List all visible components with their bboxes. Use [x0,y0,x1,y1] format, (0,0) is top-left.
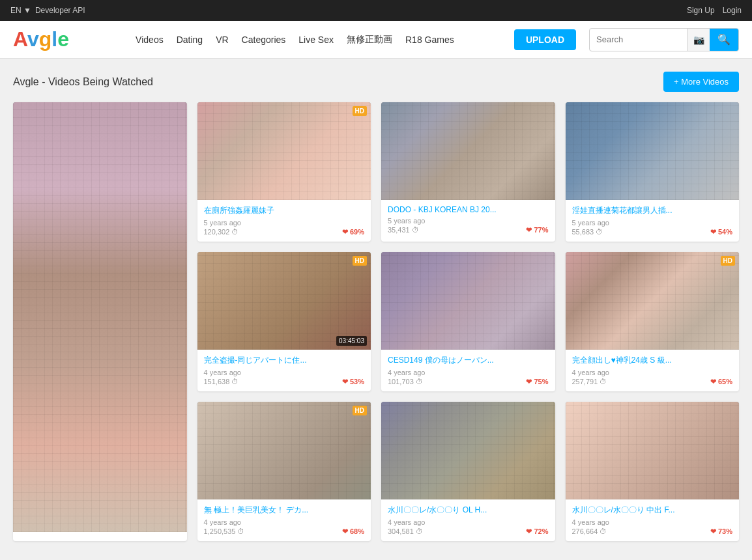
login-link[interactable]: Login [723,6,742,15]
camera-icon: 📷 [693,35,704,45]
large-ad-card[interactable] [13,102,187,541]
video-views: 257,791 ⏱ [572,378,607,385]
video-title: DODO - KBJ KOREAN BJ 20... [388,205,549,214]
video-stats: 304,581 ⏱ ❤ 72% [388,527,549,536]
duration-badge: 03:45:03 [336,336,367,346]
nav-videos[interactable]: Videos [136,35,164,45]
video-meta: 5 years ago [204,219,365,227]
video-card-9[interactable]: 水川〇〇レ/水〇〇り 中出 F... 4 years ago 276,664 ⏱… [566,402,740,541]
video-rating: ❤ 73% [710,527,732,536]
more-videos-button[interactable]: + More Videos [663,72,739,92]
video-stats: 276,664 ⏱ ❤ 73% [572,527,733,536]
hd-badge: HD [353,106,367,116]
video-info: CESD149 僕の母はノーパン... 4 years ago 101,703 … [381,350,555,391]
video-info: 水川〇〇レ/水〇〇り OL H... 4 years ago 304,581 ⏱… [381,499,555,541]
video-info: 完全盗撮-同じアパートに住... 4 years ago 151,638 ⏱ ❤… [197,350,371,391]
video-title: 水川〇〇レ/水〇〇り 中出 F... [572,505,733,516]
lang-selector[interactable]: EN ▼ [10,6,31,15]
video-card-1[interactable]: HD 在廁所強姦羅麗妹子 5 years ago 120,302 ⏱ ❤ 69% [197,102,371,242]
video-age: 4 years ago [204,518,241,526]
video-card-2[interactable]: DODO - KBJ KOREAN BJ 20... 5 years ago 3… [381,102,555,242]
video-stats: 120,302 ⏱ ❤ 69% [204,228,365,236]
hd-badge: HD [353,256,367,266]
nav-vr[interactable]: VR [216,35,228,45]
video-age: 4 years ago [572,369,609,376]
lang-chevron-icon: ▼ [23,6,31,15]
search-input[interactable] [590,35,687,44]
video-info: 水川〇〇レ/水〇〇り 中出 F... 4 years ago 276,664 ⏱… [566,499,740,541]
video-card-5[interactable]: CESD149 僕の母はノーパン... 4 years ago 101,703 … [381,252,555,391]
video-age: 4 years ago [572,518,609,526]
topbar-right: Sign Up Login [687,6,742,15]
video-title: 完全盗撮-同じアパートに住... [204,355,365,366]
video-age: 5 years ago [572,219,609,227]
page-content: Avgle - Videos Being Watched + More Vide… [0,59,752,554]
video-rating: ❤ 69% [342,228,364,236]
video-meta: 4 years ago [572,369,733,376]
video-title: 水川〇〇レ/水〇〇り OL H... [388,505,549,516]
video-views: 120,302 ⏱ [204,228,239,236]
search-button[interactable]: 🔍 [710,29,738,51]
logo[interactable]: Avgle [13,27,69,51]
nav-dating[interactable]: Dating [177,35,203,45]
video-stats: 1,250,535 ⏱ ❤ 68% [204,527,365,536]
video-age: 4 years ago [388,369,425,376]
magnifier-icon: 🔍 [717,34,730,45]
topbar: EN ▼ Developer API Sign Up Login [0,0,752,21]
video-info: 無 極上！美巨乳美女！ デカ... 4 years ago 1,250,535 … [197,499,371,541]
header: Avgle Videos Dating VR Categories Live S… [0,21,752,59]
video-stats: 257,791 ⏱ ❤ 65% [572,378,733,386]
nav-live-sex[interactable]: Live Sex [298,35,334,45]
video-card-8[interactable]: 水川〇〇レ/水〇〇り OL H... 4 years ago 304,581 ⏱… [381,402,555,541]
video-views: 55,683 ⏱ [572,228,603,236]
video-views: 1,250,535 ⏱ [204,527,245,535]
main-nav: Videos Dating VR Categories Live Sex 無修正… [89,34,501,46]
video-views: 101,703 ⏱ [388,378,423,385]
video-views: 304,581 ⏱ [388,527,423,535]
video-meta: 5 years ago [572,219,733,227]
video-stats: 151,638 ⏱ ❤ 53% [204,378,365,386]
video-rating: ❤ 54% [710,228,732,236]
video-meta: 4 years ago [572,518,733,526]
video-meta: 5 years ago [388,217,549,225]
video-views: 151,638 ⏱ [204,378,239,385]
page-header: Avgle - Videos Being Watched + More Vide… [13,72,739,92]
video-age: 4 years ago [204,369,241,376]
video-info: 淫娃直播連菊花都讓男人插... 5 years ago 55,683 ⏱ ❤ 5… [566,200,740,242]
developer-api-link[interactable]: Developer API [35,6,85,15]
video-meta: 4 years ago [388,369,549,376]
hd-badge: HD [721,256,735,266]
nav-uncensored[interactable]: 無修正動画 [347,34,392,46]
video-age: 5 years ago [204,219,241,227]
video-rating: ❤ 68% [342,527,364,536]
camera-search-button[interactable]: 📷 [687,29,710,51]
topbar-left: EN ▼ Developer API [10,6,85,15]
video-rating: ❤ 72% [526,527,548,536]
video-rating: ❤ 77% [526,226,548,234]
video-views: 276,664 ⏱ [572,527,607,535]
hd-badge: HD [353,406,367,415]
video-card-3[interactable]: 淫娃直播連菊花都讓男人插... 5 years ago 55,683 ⏱ ❤ 5… [566,102,740,242]
video-card-6[interactable]: HD 完全顔出し♥神乳24歳 S 級... 4 years ago 257,79… [566,252,740,391]
video-stats: 101,703 ⏱ ❤ 75% [388,378,549,386]
sign-up-link[interactable]: Sign Up [687,6,715,15]
video-title: CESD149 僕の母はノーパン... [388,355,549,366]
nav-categories[interactable]: Categories [242,35,286,45]
upload-button[interactable]: UPLOAD [514,29,576,50]
video-meta: 4 years ago [204,518,365,526]
video-title: 淫娃直播連菊花都讓男人插... [572,205,733,216]
video-info: 完全顔出し♥神乳24歳 S 級... 4 years ago 257,791 ⏱… [566,350,740,391]
search-bar: 📷 🔍 [589,28,739,51]
nav-r18-games[interactable]: R18 Games [405,35,454,45]
video-title: 完全顔出し♥神乳24歳 S 級... [572,355,733,366]
video-rating: ❤ 53% [342,378,364,386]
video-meta: 4 years ago [204,369,365,376]
video-info: 在廁所強姦羅麗妹子 5 years ago 120,302 ⏱ ❤ 69% [197,200,371,242]
video-stats: 55,683 ⏱ ❤ 54% [572,228,733,236]
video-card-7[interactable]: HD 無 極上！美巨乳美女！ デカ... 4 years ago 1,250,5… [197,402,371,541]
video-views: 35,431 ⏱ [388,226,419,234]
page-title: Avgle - Videos Being Watched [13,76,153,88]
video-card-4[interactable]: HD 03:45:03 完全盗撮-同じアパートに住... 4 years ago… [197,252,371,391]
video-age: 4 years ago [388,518,425,526]
video-title: 在廁所強姦羅麗妹子 [204,205,365,216]
